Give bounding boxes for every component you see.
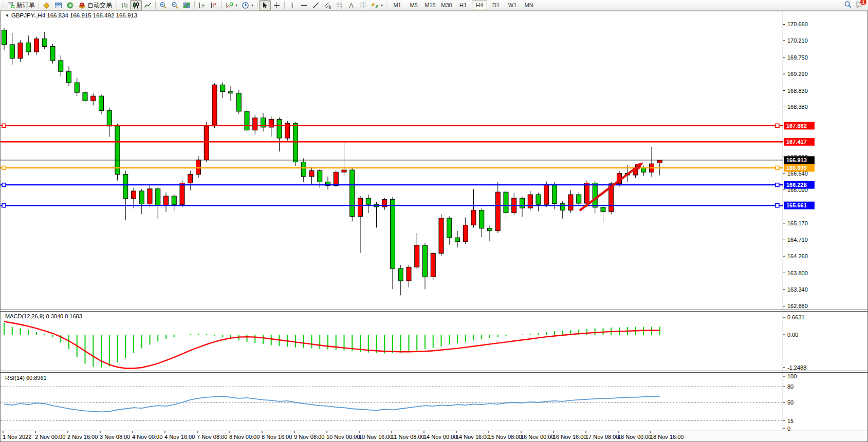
bearish-candle (504, 192, 508, 213)
text-tool-button[interactable]: A (345, 0, 357, 11)
separator (194, 1, 195, 9)
line-chart-mode-button[interactable] (142, 0, 154, 11)
macd-histogram-bar (247, 335, 248, 342)
macd-histogram-bar (263, 335, 264, 344)
zoom-out-button[interactable] (169, 0, 181, 11)
new-order-button[interactable]: 新订单 (5, 0, 37, 11)
separator (39, 1, 39, 9)
bearish-candle (2, 30, 7, 45)
candlestick-mode-button[interactable] (130, 0, 142, 11)
svg-text:164.260: 164.260 (787, 253, 808, 259)
news-button[interactable] (64, 0, 76, 11)
macd-histogram-bar (424, 335, 426, 349)
timeframe-button-m5[interactable]: M5 (406, 1, 421, 10)
charts-window-button[interactable] (52, 0, 64, 11)
indicators-button[interactable]: ▾ (224, 0, 239, 11)
svg-text:80: 80 (787, 383, 793, 390)
svg-text:167.862: 167.862 (786, 123, 807, 129)
line-handle[interactable] (2, 183, 6, 187)
bearish-candle (156, 189, 160, 205)
line-handle[interactable] (775, 204, 779, 207)
timeframe-button-w1[interactable]: W1 (505, 1, 520, 10)
chart-shift-button[interactable] (208, 0, 220, 11)
macd-histogram-bar (117, 335, 118, 362)
line-handle[interactable] (775, 166, 779, 169)
line-handle[interactable] (775, 183, 779, 187)
auto-scroll-button[interactable] (196, 0, 208, 11)
bullish-candle (407, 267, 411, 281)
vertical-line-icon (288, 2, 296, 9)
macd-histogram-bar (254, 335, 255, 343)
autotrading-button[interactable]: 自动交易 (76, 0, 114, 11)
timeframe-button-m30[interactable]: M30 (439, 1, 454, 10)
bearish-candle (139, 191, 144, 204)
channel-tool-button[interactable]: E (322, 0, 334, 11)
svg-text:168.380: 168.380 (787, 104, 808, 110)
svg-text:166.913: 166.913 (786, 157, 807, 163)
zoom-in-button[interactable] (157, 0, 169, 11)
macd-histogram-bar (28, 330, 29, 335)
bar-chart-mode-button[interactable] (118, 0, 130, 11)
cursor-icon (261, 2, 269, 9)
periods-button[interactable]: ▾ (239, 0, 255, 11)
line-handle[interactable] (2, 166, 6, 169)
svg-text:0.6631: 0.6631 (787, 314, 805, 320)
bullish-candle (91, 96, 96, 101)
time-axis-label: 10 Nov 00:00 (326, 434, 360, 440)
timeframe-button-mn[interactable]: MN (521, 1, 537, 10)
timeframe-button-h4[interactable]: H4 (472, 1, 487, 10)
indicators-caret-icon: ▾ (235, 3, 237, 8)
trendline-icon (312, 2, 320, 9)
bearish-candle (318, 171, 322, 182)
svg-text:F: F (341, 6, 343, 9)
line-chart-icon (144, 2, 152, 9)
trendline-tool-button[interactable] (310, 0, 322, 11)
macd-histogram-bar (133, 335, 134, 353)
timeframe-button-h1[interactable]: H1 (455, 1, 471, 10)
vertical-line-tool-button[interactable] (286, 0, 298, 11)
search-icon[interactable] (844, 1, 852, 10)
crosshair-icon (273, 2, 281, 9)
macd-histogram-bar (506, 335, 507, 336)
line-handle[interactable] (2, 124, 6, 127)
timeframe-button-m1[interactable]: M1 (390, 1, 405, 10)
zoom-out-icon (171, 2, 179, 9)
line-handle[interactable] (2, 204, 6, 207)
cursor-tool-button[interactable] (259, 0, 271, 11)
time-axis-label: 18 Nov 16:00 (650, 434, 684, 440)
bearish-candle (83, 92, 87, 101)
svg-text:A: A (349, 2, 354, 9)
notifications-button[interactable]: 1 (855, 1, 864, 10)
svg-text:0.00: 0.00 (787, 332, 798, 338)
bearish-candle (236, 93, 241, 111)
svg-text:165.170: 165.170 (787, 220, 808, 226)
line-handle[interactable] (775, 124, 779, 127)
time-axis[interactable]: 1 Nov 20222 Nov 00:002 Nov 16:003 Nov 08… (1, 431, 867, 442)
horizontal-line-tool-button[interactable] (298, 0, 310, 11)
bullish-candle (585, 183, 589, 204)
svg-text:50: 50 (787, 399, 793, 406)
time-axis-label: 16 Nov 00:00 (521, 434, 554, 440)
tile-windows-button[interactable] (181, 0, 193, 11)
text-tool-icon: A (347, 2, 355, 9)
macd-histogram-bar (497, 335, 498, 337)
fibonacci-tool-button[interactable]: F (334, 0, 345, 11)
time-axis-label: 8 Nov 16:00 (262, 434, 292, 440)
separator (257, 1, 257, 9)
arrows-tool-button[interactable]: ▾ (369, 0, 385, 11)
price-axis-badge: 166.228 (784, 181, 815, 189)
symbols-button[interactable] (41, 0, 52, 11)
timeframe-button-m15[interactable]: M15 (422, 1, 438, 10)
timeframe-button-d1[interactable]: D1 (488, 1, 504, 10)
macd-histogram-bar (20, 328, 21, 335)
time-axis-label: 1 Nov 2022 (3, 434, 31, 440)
macd-histogram-bar (157, 335, 158, 341)
bearish-candle (536, 195, 541, 204)
bullish-candle (342, 170, 346, 172)
svg-text:163.800: 163.800 (787, 270, 808, 276)
chart-window[interactable]: ▼GBPJPY-,H4 166.834 166.915 166.492 166.… (0, 0, 868, 442)
crosshair-tool-button[interactable] (271, 0, 283, 11)
label-tool-button[interactable]: T (357, 0, 369, 11)
main-toolbar: 新订单 自动交易 (0, 0, 868, 11)
macd-histogram-bar (473, 335, 474, 340)
